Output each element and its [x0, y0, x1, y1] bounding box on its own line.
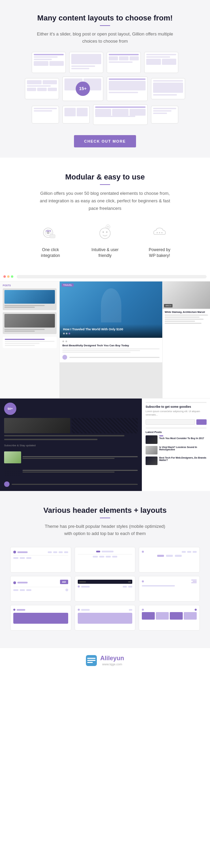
section-preview: POSTS: [0, 272, 210, 491]
click-icon: click: [40, 222, 61, 243]
layout-card: [69, 52, 103, 73]
header-large-block: [13, 613, 68, 624]
layout-card: [62, 106, 90, 124]
section4-title: Various header elements + layouts: [10, 506, 200, 515]
blog-right-col: ARCH White Stairway, Architecture Marvel: [162, 281, 210, 398]
blog-right-text: White Stairway, Architecture Marvel: [163, 309, 210, 327]
feature3-label: Powered byWP bakery!: [149, 247, 170, 259]
svg-rect-18: [87, 662, 93, 663]
footer-logo-content: Alileyun www.tqge.com: [100, 655, 124, 666]
svg-point-13: [159, 232, 160, 233]
footer-logo-icon: [86, 655, 97, 666]
layout-card: [144, 52, 178, 73]
face-icon: [95, 222, 115, 243]
layout-row-3: [14, 104, 196, 125]
section2-divider: [100, 184, 110, 185]
layout-row-1: [14, 52, 196, 73]
header-card-6: [139, 576, 200, 602]
layout-grid: 15+: [14, 52, 196, 125]
center-post-title: Best Beautifully Designed Tech You Can B…: [62, 344, 160, 347]
more-posts: [4, 451, 138, 477]
svg-point-12: [156, 232, 158, 233]
arch-title: White Stairway, Architecture Marvel: [165, 311, 208, 313]
layout-card: [32, 106, 59, 124]
posts-label: POSTS: [3, 284, 57, 287]
img-mini-1: [4, 418, 70, 433]
header-card-2: [75, 547, 136, 573]
blog-hero-tag: TRAVEL: [62, 284, 74, 287]
header-wide-block: [78, 613, 133, 624]
blog-left-col: POSTS: [0, 281, 60, 398]
subscribe-area: 50+ Subscribe & Stay updated: [0, 398, 210, 491]
section2-title: Modular & easy to use: [17, 173, 193, 182]
svg-text:click: click: [46, 229, 51, 232]
feature2-label: Intuitive & userfriendly: [91, 247, 118, 259]
subscribe-img-row: [4, 418, 138, 433]
lp-img: [146, 446, 158, 454]
header-card-9: [139, 605, 200, 631]
dot-yellow: [7, 275, 10, 278]
subscribe-desc: Lorem ipsum consectetur adipiscing elit.…: [146, 410, 207, 417]
subscribe-right: Subscribe to get some goodies Lorem ipsu…: [142, 399, 210, 491]
blog-center-col: TRAVEL How I Traveled The World With Onl…: [60, 281, 162, 398]
blog-hero-img: TRAVEL How I Traveled The World With Onl…: [60, 281, 162, 338]
blog-top-strip: [0, 272, 210, 281]
blog-right-img: ARCH: [163, 281, 210, 309]
blog-post-mini-2: [3, 312, 57, 334]
blog-mockup: POSTS: [0, 272, 210, 398]
divider: [146, 428, 207, 429]
section1-divider: [100, 25, 110, 26]
lp2-title: Is Vinyl Back? Lossless Sound In Retrosp…: [159, 446, 207, 451]
author-bottom: [4, 481, 138, 487]
header-purple-blocks: [142, 612, 197, 620]
lp-text: Best Tech For Web-Designers, Do Brands M…: [159, 457, 207, 461]
lp3-title: Best Tech For Web-Designers, Do Brands M…: [159, 457, 207, 461]
latest-post-3: Best Tech For Web-Designers, Do Brands M…: [146, 457, 207, 465]
subscribe-bar: [146, 402, 207, 403]
layout-card: [93, 104, 148, 125]
cloud-icon: [149, 222, 170, 243]
features-row: click One clickintegration: [17, 222, 193, 259]
header-card-5: [75, 576, 136, 602]
lp-img: [146, 457, 158, 465]
preview-container: POSTS: [0, 272, 210, 491]
subscribe-input[interactable]: [146, 419, 195, 425]
author-row: [62, 355, 160, 360]
svg-point-8: [106, 231, 107, 233]
svg-line-5: [51, 233, 52, 234]
latest-post-1: Tech You Must Consider To Buy In 2017: [146, 435, 207, 444]
ad-badge: AD: [60, 580, 68, 584]
blog-main-area: POSTS: [0, 281, 210, 398]
svg-rect-16: [87, 658, 95, 659]
blog-hero-overlay: How I Traveled The World With Only $100: [60, 324, 162, 338]
nav-dots: [62, 341, 160, 342]
lp-text: Is Vinyl Back? Lossless Sound In Retrosp…: [159, 446, 207, 451]
layout-card: [25, 78, 59, 99]
feature-click: click One clickintegration: [30, 222, 71, 259]
header-card-4: AD: [10, 576, 71, 602]
layout-row-2: 15+: [14, 76, 196, 101]
layout-card: 15+: [62, 76, 103, 101]
svg-rect-17: [87, 660, 95, 661]
header-grid-row1: [10, 547, 200, 573]
lp-text: Tech You Must Consider To Buy In 2017: [159, 435, 207, 439]
checkout-button[interactable]: CHECK OUT MORE: [74, 135, 136, 147]
subscribe-heading: Subscribe to get some goodies: [146, 405, 207, 408]
subscribe-left: 50+ Subscribe & Stay updated: [0, 399, 142, 491]
header-grid-row3: [10, 605, 200, 631]
subscribe-form: [146, 419, 207, 425]
layout-card: [32, 52, 66, 73]
latest-posts-label: Latest Posts: [146, 431, 207, 434]
feature-cloud: Powered byWP bakery!: [139, 222, 180, 259]
footer-logo-area: Alileyun www.tqge.com: [0, 648, 210, 673]
latest-post-2: Is Vinyl Back? Lossless Sound In Retrosp…: [146, 446, 207, 454]
section4-divider: [100, 518, 110, 518]
blog-center-bottom: Best Beautifully Designed Tech You Can B…: [60, 338, 162, 362]
side-block: [3, 337, 57, 348]
post-row: [4, 451, 138, 463]
subscribe-badge: 50+: [4, 403, 16, 415]
svg-point-6: [100, 228, 110, 238]
lp-img: [146, 435, 158, 444]
subscribe-button[interactable]: [196, 419, 207, 425]
feature1-label: One clickintegration: [41, 247, 60, 259]
